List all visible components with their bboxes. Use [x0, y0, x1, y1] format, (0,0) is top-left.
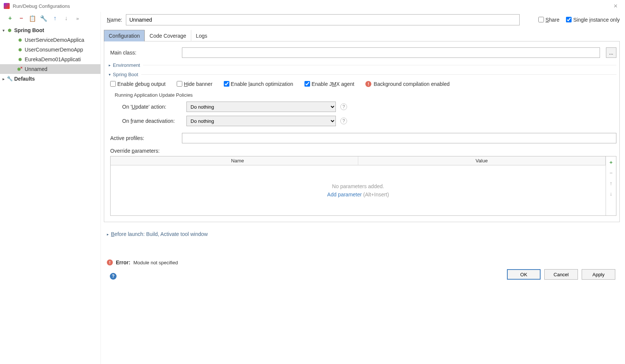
- section-label: Spring Boot: [113, 72, 138, 77]
- main-class-input[interactable]: [182, 47, 600, 58]
- enable-launch-checkbox[interactable]: Enable launch optimization: [224, 81, 293, 87]
- active-profiles-input[interactable]: [182, 133, 616, 143]
- move-up-icon[interactable]: ↑: [51, 14, 59, 22]
- ok-button[interactable]: OK: [507, 269, 541, 280]
- name-label: Name:: [104, 17, 122, 23]
- wrench-icon: 🔧: [7, 76, 13, 82]
- chevron-right-icon: ▸: [107, 232, 109, 236]
- active-profiles-label: Active profiles:: [110, 135, 177, 141]
- share-checkbox[interactable]: Share: [538, 17, 559, 23]
- on-frame-select[interactable]: Do nothing: [186, 116, 336, 126]
- apply-button[interactable]: Apply: [582, 269, 615, 280]
- add-param-link[interactable]: Add parameter (Alt+Insert): [327, 192, 389, 197]
- cancel-button[interactable]: Cancel: [544, 269, 578, 280]
- sidebar: + − 📋 🔧 ↑ ↓ » ▾ ⬢ Spring Boot ⬢ UserServ…: [0, 12, 101, 364]
- tree-item[interactable]: ⬢ UserServiceDemoApplica: [0, 35, 100, 45]
- help-button[interactable]: ?: [110, 273, 117, 280]
- copy-config-icon[interactable]: 📋: [28, 14, 37, 22]
- tree-label: UserServiceDemoApplica: [25, 37, 84, 43]
- help-icon[interactable]: ?: [340, 118, 347, 124]
- window-title: Run/Debug Configurations: [13, 3, 70, 9]
- param-remove-icon[interactable]: −: [608, 170, 615, 177]
- edit-defaults-icon[interactable]: 🔧: [40, 14, 48, 22]
- on-frame-label: On frame deactivation:: [122, 118, 182, 124]
- tree-item[interactable]: ⬢ UserConsumerDemoApp: [0, 45, 100, 55]
- tabs: Configuration Code Coverage Logs: [104, 30, 620, 41]
- browse-main-class-button[interactable]: ...: [606, 47, 616, 58]
- tree-item[interactable]: ⬢ EurekaDemo01Applicati: [0, 55, 100, 64]
- on-update-label: On 'Update' action:: [122, 104, 182, 110]
- col-value[interactable]: Value: [358, 156, 606, 165]
- tree-item-unnamed[interactable]: ⬢ Unnamed: [0, 64, 100, 74]
- tree-label: Unnamed: [25, 66, 47, 72]
- override-params-table: Name Value No parameters added. Add para…: [110, 156, 616, 216]
- param-up-icon[interactable]: ↑: [608, 180, 615, 187]
- on-update-select[interactable]: Do nothing: [186, 102, 336, 112]
- bg-compilation-warning: ! Background compilation enabled: [365, 81, 449, 87]
- error-row: ! Error: Module not specified: [107, 259, 620, 265]
- title-bar: Run/Debug Configurations ×: [0, 0, 625, 12]
- tree-label: Spring Boot: [14, 27, 44, 33]
- warning-icon: !: [365, 81, 371, 87]
- environment-section[interactable]: ▸ Environment: [109, 62, 616, 68]
- expand-toolbar-icon[interactable]: »: [76, 16, 79, 21]
- remove-config-icon[interactable]: −: [17, 14, 25, 22]
- enable-jmx-checkbox[interactable]: Enable JMX agent: [304, 81, 354, 87]
- close-icon[interactable]: ×: [610, 2, 621, 10]
- tree-node-spring-boot[interactable]: ▾ ⬢ Spring Boot: [0, 25, 100, 35]
- content-area: Name: Share Single instance only Configu…: [101, 12, 625, 364]
- col-name[interactable]: Name: [111, 156, 358, 165]
- section-label: Environment: [113, 62, 140, 68]
- spring-error-icon: ⬢: [17, 66, 23, 72]
- spring-icon: ⬢: [17, 47, 23, 53]
- chevron-right-icon[interactable]: ▸: [0, 77, 7, 81]
- hide-banner-checkbox[interactable]: Hide banner: [177, 81, 212, 87]
- chevron-right-icon: ▸: [109, 63, 111, 67]
- error-icon: !: [107, 259, 113, 265]
- main-class-label: Main class:: [110, 50, 177, 56]
- param-down-icon[interactable]: ↓: [608, 191, 615, 197]
- name-input[interactable]: [126, 14, 520, 25]
- spring-icon: ⬢: [17, 37, 23, 43]
- single-instance-checkbox[interactable]: Single instance only: [566, 17, 620, 23]
- error-message: Module not specified: [133, 260, 178, 265]
- param-add-icon[interactable]: +: [608, 159, 615, 166]
- error-label: Error:: [116, 259, 130, 265]
- chevron-down-icon[interactable]: ▾: [0, 28, 7, 32]
- tab-configuration[interactable]: Configuration: [104, 30, 145, 41]
- help-icon[interactable]: ?: [340, 103, 347, 110]
- config-panel: Main class: ... ▸ Environment ▾ Spring B…: [104, 41, 620, 222]
- chevron-down-icon: ▾: [109, 72, 111, 77]
- empty-params-text: No parameters added.: [332, 183, 384, 189]
- move-down-icon[interactable]: ↓: [62, 14, 70, 22]
- spring-icon: ⬢: [7, 27, 13, 33]
- config-tree: ▾ ⬢ Spring Boot ⬢ UserServiceDemoApplica…: [0, 25, 100, 84]
- tree-label: EurekaDemo01Applicati: [25, 56, 81, 62]
- policies-label: Running Application Update Policies: [107, 92, 616, 98]
- override-params-label: Override parameters:: [110, 148, 616, 154]
- spring-icon: ⬢: [17, 56, 23, 62]
- tab-code-coverage[interactable]: Code Coverage: [145, 30, 191, 41]
- app-icon: [4, 3, 10, 9]
- sidebar-toolbar: + − 📋 🔧 ↑ ↓ »: [0, 12, 100, 25]
- tree-label: Defaults: [14, 76, 35, 82]
- before-launch-section[interactable]: ▸ Before launch: Build, Activate tool wi…: [107, 231, 620, 237]
- spring-boot-section[interactable]: ▾ Spring Boot: [109, 72, 616, 77]
- tree-node-defaults[interactable]: ▸ 🔧 Defaults: [0, 74, 100, 84]
- tab-logs[interactable]: Logs: [191, 30, 212, 41]
- enable-debug-checkbox[interactable]: Enable debug output: [110, 81, 165, 87]
- tree-label: UserConsumerDemoApp: [25, 47, 83, 53]
- add-config-icon[interactable]: +: [6, 14, 14, 22]
